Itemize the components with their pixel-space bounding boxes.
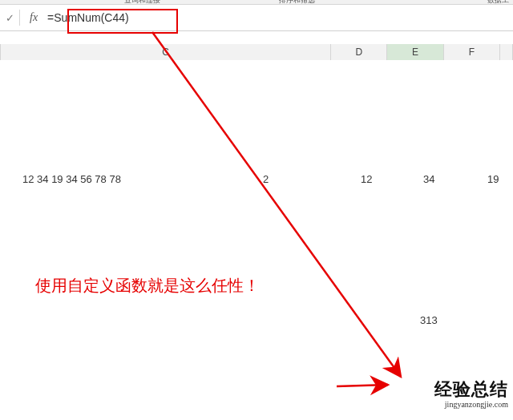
worksheet-area[interactable]: 12 34 19 34 56 78 78 2 12 34 19 313 使用自定… bbox=[0, 60, 513, 420]
cell-E-summary[interactable]: 313 bbox=[420, 313, 438, 328]
cell-D-row1[interactable]: 12 bbox=[361, 172, 372, 187]
cell-C-row1[interactable]: 2 bbox=[263, 172, 269, 187]
col-header-G[interactable] bbox=[500, 44, 513, 60]
formula-input[interactable]: =SumNum(C44) bbox=[44, 10, 513, 26]
cell-E-row1[interactable]: 34 bbox=[423, 172, 434, 187]
column-header-row: C D E F bbox=[0, 44, 513, 61]
annotation-text: 使用自定义函数就是这么任性！ bbox=[35, 275, 260, 297]
watermark: 经验总结 jingyanzongjie.com bbox=[434, 378, 508, 409]
formula-bar: ✓ fx =SumNum(C44) bbox=[0, 5, 513, 31]
formula-accept-icon[interactable]: ✓ bbox=[0, 12, 19, 24]
fx-icon[interactable]: fx bbox=[20, 11, 44, 24]
col-header-D[interactable]: D bbox=[331, 44, 387, 60]
cell-text-row1-leading[interactable]: 12 34 19 34 56 78 78 bbox=[22, 172, 121, 187]
col-header-F[interactable]: F bbox=[444, 44, 500, 60]
col-header-C[interactable]: C bbox=[1, 44, 331, 60]
watermark-en: jingyanzongjie.com bbox=[434, 400, 508, 409]
watermark-cn: 经验总结 bbox=[434, 378, 508, 402]
col-header-E[interactable]: E bbox=[387, 44, 443, 60]
cell-F-row1[interactable]: 19 bbox=[487, 172, 499, 187]
